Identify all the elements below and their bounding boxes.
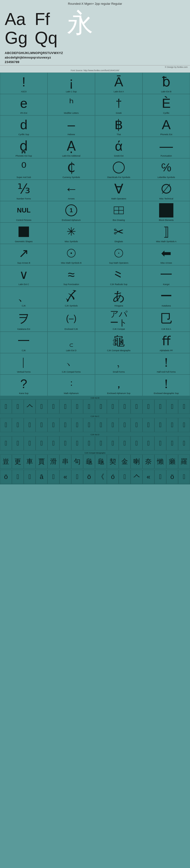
cjk-ext-c-char-13: 𪩀 xyxy=(143,418,154,432)
label-phoneticext: Phonetic Ext xyxy=(160,133,173,136)
label-cjksymbol: CJK Symbols xyxy=(65,305,78,307)
cjk-ext-c-char-12: 𪨀 xyxy=(130,418,143,432)
block-cjkexta: 㔾 CJK Ext A xyxy=(143,308,190,332)
block-latinextc: ∨ Latin Ext C xyxy=(0,265,47,287)
label-miscarrows: Misc Arrows xyxy=(160,262,172,265)
cjk-ext-d-char-11: 𫡀 xyxy=(119,436,130,451)
label-cyrillicsup: Cyrillic Sup xyxy=(18,133,29,136)
label-kangxi: Kangxi xyxy=(163,283,169,286)
symbol-cjkcompat: アパート xyxy=(96,310,141,327)
label-currency: Currency Symbols xyxy=(63,176,80,179)
bottom-section: CJK Ext B 𠀀 𠄟 𠆢 𠇔 𠈆 𠊱 𠋘 𠌎 𠍜 𠎠 𠏢 𠐥 𠑢 𠒤 𠓝 … xyxy=(0,396,190,485)
block-alphabeticpf: ﬀ Alphabetic PF xyxy=(143,332,190,353)
symbol-latinextadd: Ạ xyxy=(49,138,94,153)
label-enclosedal: Enclosed Alphanum xyxy=(62,219,81,221)
symbol-arrows: ← xyxy=(49,181,94,196)
big-letters-display: Aa Ff Gg Qq 永 xyxy=(0,7,190,50)
cjk-compat-ideog-chars: 豈 更 車 賈 滑 串 句 龜 龜 契 金 喇 奈 懶 癩 羅 xyxy=(0,455,190,469)
label-modletters: Modifier Letters xyxy=(64,112,79,115)
label-mathalphanum: Math Alphanum xyxy=(64,392,79,395)
symbol-mathalphanum: ∶ xyxy=(49,376,94,391)
symbol-latinextd: ꜀ xyxy=(49,333,94,348)
label-mathops: Math Operators xyxy=(111,197,126,200)
symbol-diacriticals xyxy=(96,160,141,175)
block-cjkcompatideog: 龜 CJK Compat Ideographs xyxy=(95,332,143,353)
block-latin1sup: ¡ Latin 1 Sup xyxy=(47,72,95,94)
cjk-ext-c-char-16: 𪬀 xyxy=(178,418,190,432)
block-miscsymbols: ✳ Misc Symbols xyxy=(47,222,95,244)
cjk-ext-b-char-10: 𠎠 xyxy=(107,400,119,414)
cjk-ext-b-char-15: 𠓝 xyxy=(166,400,178,414)
label-latinextc: Latin Ext C xyxy=(18,283,29,286)
cjk-ext-d-char-4: 𫝰 xyxy=(36,436,47,451)
cjk-compat-ideog-11: 金 xyxy=(119,455,130,469)
symbol-numberforms: ⅓ xyxy=(1,181,46,196)
block-arrows: ← Arrows xyxy=(47,180,95,201)
block-latinexta: Ā Latin Ext A xyxy=(95,72,143,94)
block-supersub: ⁰ Super And Sub xyxy=(0,158,47,180)
cjk-ext-b-char-13: 𠑢 xyxy=(143,400,154,414)
label-latinextadd: Latin Ext Additional xyxy=(62,155,80,157)
block-suppunct: ≈ Sup Punctuation xyxy=(47,265,95,287)
block-latinextadd: Ạ Latin Ext Additional xyxy=(47,137,95,158)
cjk-ext-c-char-7: 𪣀 xyxy=(71,418,83,432)
block-letterlike: ℅ Letterlike Symbols xyxy=(143,158,190,180)
cjk-ext-d-char-3: 𫝠 xyxy=(24,436,36,451)
last-char-6: « xyxy=(60,470,71,484)
cjk-ext-d-char-10: 𫠠 xyxy=(107,436,119,451)
symbol-cjk2: 一 xyxy=(1,333,46,348)
symbol-katakana: ー xyxy=(144,288,189,303)
cjk-compat-ideog-label: CJK Compat Ideographs xyxy=(0,452,190,455)
cjk-ext-c-char-14: 𪪀 xyxy=(154,418,166,432)
cjk-ext-d-chars: 𫝀 𫝐 𫝠 𫝰 𫞀 𫞑 𫞢 𫟐 𫟦 𫠠 𫡀 𫢀 𫣀 𫤀 𫥀 𫦀 xyxy=(0,436,190,451)
block-enclosedalsupp: ， Enclosed Alphanum Sup xyxy=(95,374,143,396)
block-phoneticextsup: d̪ Phonetic Ext Sup xyxy=(0,137,47,158)
label-alphabeticpf: Alphabetic PF xyxy=(160,349,173,352)
alphabet-upper: ABCDEFGHIJKLMNOPQRSTUVWXYZ xyxy=(5,51,185,55)
alphabet-lower: abcdefghijklmnopqrstuvwxyz xyxy=(5,55,185,60)
label-kanasup: Kana Sup xyxy=(19,392,29,395)
label-katakana: Katakana xyxy=(162,305,171,307)
header: Rounded-X Mgen+ 2pp regular Regular Aa F… xyxy=(0,0,190,72)
label-ascii: ASCII xyxy=(21,90,27,93)
symbol-ipaext: e xyxy=(1,96,46,111)
label-suppunct: Sup Punctuation xyxy=(64,283,79,286)
symbol-latinexta: Ā xyxy=(96,74,141,89)
block-miscmathb: Misc Math Symbols B xyxy=(47,244,95,265)
symbol-latin1sup: ¡ xyxy=(49,74,94,89)
cjk-ext-d-char-2: 𫝐 xyxy=(12,436,24,451)
source: Font Source: http://www.fontke.com/font/… xyxy=(0,69,190,72)
symbol-katakanaext: ヲ xyxy=(1,310,46,327)
symbol-ascii: ! xyxy=(1,74,46,89)
label-cjkexta: CJK Ext A xyxy=(161,328,171,331)
symbol-miscmathb xyxy=(49,246,94,260)
label-blockelements: Block Elements xyxy=(159,219,174,221)
label-verticalforms: Vertical Forms xyxy=(17,371,31,373)
block-enclosedal: 1 Enclosed Alphanum xyxy=(47,201,95,222)
block-kangxi: ⼀ Kangxi xyxy=(143,265,190,287)
symbol-latinextc: ∨ xyxy=(1,267,46,282)
cjk-ext-c-char-4: 𪠀 xyxy=(36,418,47,432)
chinese-char: 永 xyxy=(67,10,93,36)
cjk-ext-b-char-9: 𠍜 xyxy=(95,400,107,414)
label-controlpics: Control Pictures xyxy=(16,219,31,221)
symbol-boxdrawing xyxy=(96,203,141,218)
symbol-modletters: ʰ xyxy=(49,96,94,111)
cjk-ext-d-char-8: 𫟐 xyxy=(83,436,95,451)
cjk-ext-d-char-9: 𫟦 xyxy=(95,436,107,451)
block-miscarrows: ⬅ Misc Arrows xyxy=(143,244,190,265)
block-blockelements: Block Elements xyxy=(143,201,190,222)
symbol-greekext: ά xyxy=(96,138,141,153)
cjk-compat-ideog-9: 龜 xyxy=(95,455,107,469)
big-letter-Q: Qq xyxy=(35,29,58,48)
block-cyrillic: È Cyrillic xyxy=(143,94,190,115)
symbol-greek: † xyxy=(96,96,141,111)
block-enclosedcjk: (–) Enclosed CJK xyxy=(47,308,95,332)
symbol-enclosedal: 1 xyxy=(49,203,94,218)
cjk-compat-ideog-6: 串 xyxy=(60,455,71,469)
cjk-ext-b-char-11: 𠏢 xyxy=(119,400,130,414)
cjk-ext-c-char-3: 𪟐 xyxy=(24,418,36,432)
label-numberforms: Number Forms xyxy=(16,197,31,200)
cjk-compat-ideog-section: CJK Compat Ideographs 豈 更 車 賈 滑 串 句 龜 龜 … xyxy=(0,451,190,469)
label-punctuation: Punctuation xyxy=(160,155,172,157)
